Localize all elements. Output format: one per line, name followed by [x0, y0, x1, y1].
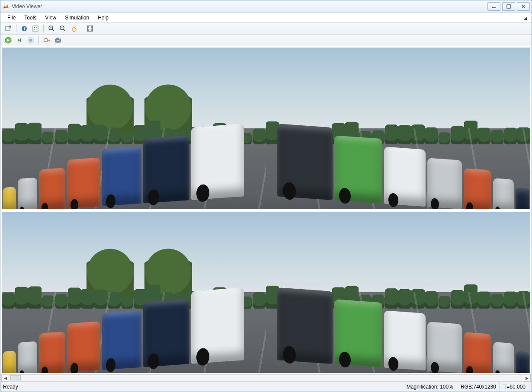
pan-icon[interactable]: [69, 23, 79, 34]
status-magnification: Magnification: 100%: [403, 382, 457, 392]
new-window-icon[interactable]: [3, 23, 13, 34]
status-text: Ready: [3, 384, 403, 390]
step-forward-button[interactable]: [14, 35, 25, 45]
toolbar-playback: [0, 35, 532, 46]
menu-view[interactable]: View: [41, 14, 61, 22]
video-viewport: [0, 46, 532, 374]
statusbar: Ready Magnification: 100% RGB:740x1230 T…: [0, 382, 532, 392]
status-magnification-label: Magnification:: [407, 384, 439, 390]
toolbar-separator: [82, 25, 82, 32]
scroll-left-icon[interactable]: ◀: [1, 375, 9, 382]
svg-rect-9: [34, 29, 35, 30]
svg-rect-23: [44, 39, 48, 41]
video-viewer-window: Video Viewer File Tools View Simulation …: [0, 0, 532, 392]
scroll-track[interactable]: [10, 375, 522, 382]
menu-simulation[interactable]: Simulation: [61, 14, 93, 22]
titlebar: Video Viewer: [0, 0, 532, 13]
menu-help[interactable]: Help: [93, 14, 113, 22]
snapshot-icon[interactable]: [53, 35, 63, 45]
svg-rect-4: [24, 28, 25, 30]
fit-to-window-icon[interactable]: [85, 23, 95, 34]
window-title: Video Viewer: [12, 3, 42, 10]
status-magnification-value: 100%: [440, 384, 453, 390]
status-rgb: RGB:740x1230: [457, 382, 500, 392]
toolbar-separator: [43, 25, 44, 32]
video-frame-top[interactable]: [2, 48, 530, 209]
pixel-region-icon[interactable]: [30, 23, 41, 34]
svg-rect-20: [20, 38, 21, 42]
svg-point-27: [57, 40, 59, 42]
menu-tools[interactable]: Tools: [20, 14, 41, 22]
matlab-app-icon: [2, 3, 9, 10]
svg-rect-5: [24, 27, 25, 28]
svg-rect-7: [34, 27, 35, 28]
svg-rect-26: [57, 38, 58, 39]
close-button[interactable]: [517, 2, 530, 11]
svg-point-24: [49, 40, 50, 41]
svg-rect-0: [492, 7, 496, 8]
video-frame-bottom[interactable]: [2, 212, 530, 373]
svg-rect-1: [507, 5, 510, 8]
status-time: T=60.000: [500, 382, 529, 392]
video-info-icon[interactable]: [19, 23, 29, 34]
horizontal-scrollbar[interactable]: ◀ ▶: [0, 374, 532, 382]
scroll-right-icon[interactable]: ▶: [523, 375, 531, 382]
play-button[interactable]: [3, 35, 13, 45]
highlight-block-icon[interactable]: [42, 35, 52, 45]
zoom-in-icon[interactable]: [46, 23, 57, 34]
svg-line-16: [64, 29, 65, 31]
svg-rect-10: [36, 29, 37, 30]
window-controls: [487, 2, 530, 11]
svg-rect-6: [33, 26, 38, 31]
toolbar-separator: [38, 36, 39, 44]
menubar-overflow-icon[interactable]: ◢: [524, 16, 529, 20]
menu-file[interactable]: File: [3, 14, 20, 22]
minimize-button[interactable]: [487, 2, 500, 11]
maximize-button[interactable]: [502, 2, 515, 11]
svg-rect-8: [36, 27, 37, 28]
svg-rect-22: [29, 39, 32, 41]
toolbar-separator: [16, 25, 16, 32]
toolbar-main: [0, 23, 532, 35]
svg-line-12: [52, 29, 54, 31]
scroll-thumb[interactable]: [10, 375, 21, 381]
zoom-out-icon[interactable]: [58, 23, 68, 34]
menubar: File Tools View Simulation Help ◢: [0, 13, 532, 23]
stop-button[interactable]: [26, 35, 36, 45]
